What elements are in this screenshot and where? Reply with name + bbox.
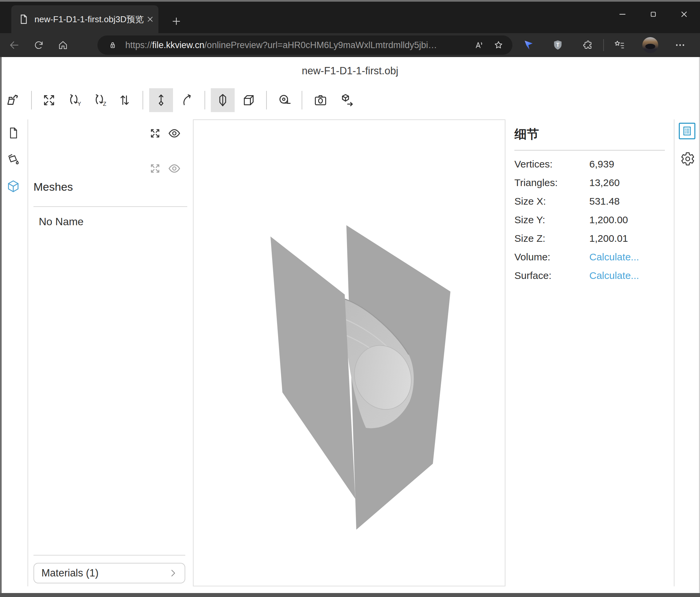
page-title: new-F1-D1-1-first.obj xyxy=(0,65,700,77)
sidebar-divider xyxy=(33,206,187,207)
page-content: new-F1-D1-1-first.obj Y xyxy=(0,57,700,593)
minimize-button[interactable] xyxy=(607,0,638,28)
settings-button[interactable] xyxy=(680,151,695,167)
settings-more-icon[interactable] xyxy=(670,33,691,57)
extensions-puzzle-icon[interactable] xyxy=(577,33,598,57)
mesh-plane-left xyxy=(271,237,355,499)
orbit-button[interactable] xyxy=(175,88,199,112)
calculate-surface-link[interactable]: Calculate... xyxy=(589,270,639,281)
details-panel-button[interactable] xyxy=(679,123,695,139)
detail-value: 13,260 xyxy=(589,177,620,188)
url-protocol: https:// xyxy=(125,40,152,50)
detail-label: Size Z: xyxy=(515,233,589,244)
shield-extension-icon[interactable]: T xyxy=(547,33,569,57)
detail-label: Size X: xyxy=(515,196,589,207)
detail-value: 6,939 xyxy=(589,159,614,170)
maximize-button[interactable] xyxy=(638,0,669,28)
materials-button[interactable]: Materials (1) xyxy=(33,563,185,583)
detail-label: Surface: xyxy=(515,270,589,281)
detail-value: 1,200.01 xyxy=(589,233,628,244)
details-panel-title: 细节 xyxy=(515,126,539,143)
svg-text:Y: Y xyxy=(78,101,81,107)
export-button[interactable] xyxy=(335,88,359,112)
details-row-vertices: Vertices: 6,939 xyxy=(515,155,670,173)
mesh-item-name[interactable]: No Name xyxy=(39,216,83,228)
pan-vertical-button[interactable] xyxy=(149,88,173,112)
rotate-y-button[interactable]: Y xyxy=(62,88,86,112)
detail-value: 1,200.00 xyxy=(589,214,628,225)
model-panel-button[interactable] xyxy=(0,175,26,198)
calculate-volume-link[interactable]: Calculate... xyxy=(589,252,639,263)
svg-text:T: T xyxy=(556,42,559,48)
left-strip-divider xyxy=(27,119,28,587)
details-row-triangles: Triangles: 13,260 xyxy=(515,173,670,192)
home-button[interactable] xyxy=(53,33,73,57)
fit-all-meshes-icon[interactable] xyxy=(149,127,161,139)
toolbar-separator xyxy=(31,91,32,110)
meshes-header: Meshes xyxy=(33,181,73,193)
fit-view-button[interactable] xyxy=(37,88,61,112)
model-viewport[interactable] xyxy=(193,119,505,587)
new-tab-button[interactable] xyxy=(168,13,184,29)
window-top-edge xyxy=(0,0,700,2)
favorite-star-icon[interactable] xyxy=(493,40,504,50)
url-path: /onlinePreview?url=aHR0cHM6Ly9maWxlLmtrd… xyxy=(204,40,437,50)
model-render xyxy=(194,120,505,586)
tab-title: new-F1-D1-1-first.obj3D预览 xyxy=(34,14,144,25)
details-row-surface: Surface: Calculate... xyxy=(515,266,670,285)
toolbar-divider xyxy=(603,39,604,51)
browser-window: new-F1-D1-1-first.obj3D预览 https://file.k… xyxy=(0,0,700,597)
details-row-size-y: Size Y: 1,200.00 xyxy=(515,211,670,229)
rotate-z-button[interactable]: Z xyxy=(88,88,112,112)
back-button[interactable] xyxy=(4,33,24,57)
detail-label: Size Y: xyxy=(515,214,589,225)
detail-label: Triangles: xyxy=(515,177,589,188)
read-aloud-icon[interactable] xyxy=(473,40,484,50)
window-bottom-edge xyxy=(0,593,700,597)
right-strip-divider xyxy=(674,119,674,587)
tab-close-icon[interactable] xyxy=(147,16,154,23)
detail-label: Vertices: xyxy=(515,159,589,170)
details-row-volume: Volume: Calculate... xyxy=(515,248,670,266)
svg-text:Z: Z xyxy=(103,101,106,107)
sidebar-bottom-divider xyxy=(33,555,185,555)
shaded-view-button[interactable] xyxy=(211,88,235,112)
details-row-size-z: Size Z: 1,200.01 xyxy=(515,229,670,248)
window-left-edge xyxy=(0,57,2,593)
refresh-button[interactable] xyxy=(29,33,49,57)
details-divider xyxy=(515,150,665,150)
tab-favicon-document-icon xyxy=(18,14,29,25)
details-row-size-x: Size X: 531.48 xyxy=(515,192,670,211)
toolbar-separator xyxy=(302,91,302,110)
toggle-all-visibility-eye-icon[interactable] xyxy=(168,127,181,140)
file-info-button[interactable] xyxy=(0,121,26,145)
url-text[interactable]: https://file.kkview.cn/onlinePreview?url… xyxy=(125,40,437,50)
favorites-hub-icon[interactable] xyxy=(609,33,630,57)
open-model-button[interactable] xyxy=(1,88,25,112)
toolbar-separator xyxy=(143,91,143,110)
cube-view-button[interactable] xyxy=(236,88,260,112)
screenshot-button[interactable] xyxy=(308,88,332,112)
fit-mesh-icon[interactable] xyxy=(149,163,161,174)
chevron-right-icon xyxy=(168,568,178,578)
profile-avatar[interactable] xyxy=(642,37,658,53)
url-domain: file.kkview.cn xyxy=(152,40,204,50)
materials-label: Materials (1) xyxy=(42,567,98,579)
detail-label: Volume: xyxy=(515,252,589,263)
browser-tab[interactable]: new-F1-D1-1-first.obj3D预览 xyxy=(11,5,158,33)
lock-icon[interactable] xyxy=(108,41,117,50)
toolbar-separator xyxy=(204,91,205,110)
flip-vertical-button[interactable] xyxy=(113,88,136,112)
close-window-button[interactable] xyxy=(669,0,699,28)
materials-paint-button[interactable] xyxy=(0,148,26,171)
toolbar-separator xyxy=(266,91,267,110)
toggle-mesh-visibility-eye-icon[interactable] xyxy=(168,162,181,175)
detail-value: 531.48 xyxy=(589,196,620,207)
measure-button[interactable] xyxy=(272,88,296,112)
translate-extension-icon[interactable] xyxy=(518,33,539,57)
address-bar[interactable]: https://file.kkview.cn/onlinePreview?url… xyxy=(97,35,512,55)
